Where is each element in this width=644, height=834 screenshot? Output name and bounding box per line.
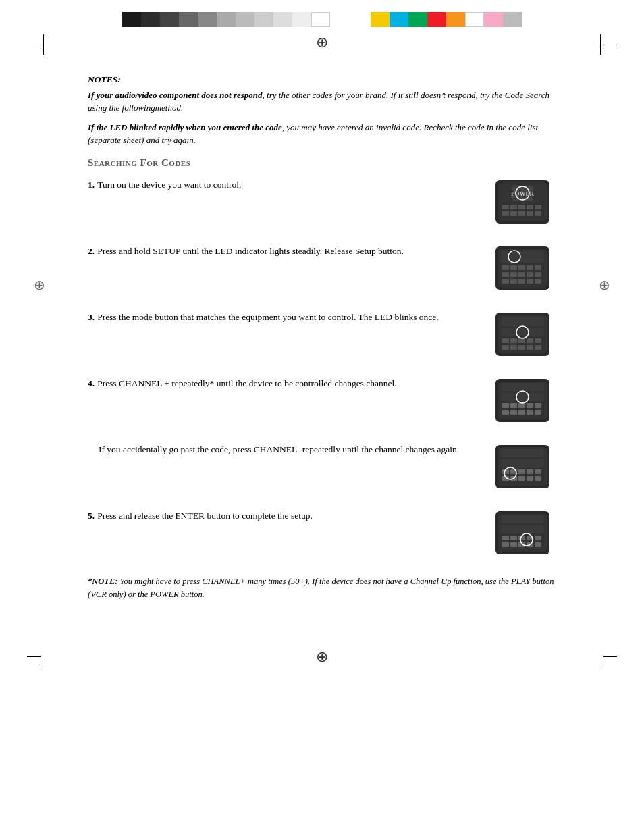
step-5-row: 5. Press and release the ENTER button to… [88,509,556,556]
notes-para1-bold: If your audio/video component does not r… [88,90,263,100]
svg-rect-92 [535,542,541,547]
svg-rect-4 [502,205,509,209]
step-1-number: 1. [88,180,95,190]
remote-img-5 [493,509,552,556]
svg-rect-30 [518,279,525,284]
step-3-row: 3. Press the mode button that matches th… [88,311,556,358]
step-4b-img [489,443,556,490]
main-content: ⊕ ⊕ NOTES: If your audio/video component… [0,61,644,628]
svg-rect-31 [527,279,533,284]
svg-rect-11 [518,211,525,216]
svg-rect-23 [502,272,509,277]
step-5-img [489,509,556,556]
svg-rect-13 [535,211,541,216]
svg-rect-62 [535,410,541,415]
svg-rect-44 [510,345,517,350]
step-2-row: 2. Press and hold SETUP until the LED in… [88,244,556,292]
bw-color-bar [122,12,330,27]
step-1-text: Turn on the device you want to control. [97,180,241,190]
step-1-text-col: 1. Turn on the device you want to contro… [88,178,489,192]
reg-mark-top-right [600,34,617,55]
notes-section: NOTES: If your audio/video component doe… [88,74,556,147]
reg-mark-bottom-left [27,648,41,666]
svg-rect-54 [510,403,517,408]
reg-marks-top: ⊕ [0,34,644,55]
svg-rect-72 [535,469,541,474]
svg-rect-29 [510,279,517,284]
svg-rect-53 [502,403,509,408]
step-4-text: Press CHANNEL + repeatedly* until the de… [97,378,396,388]
svg-rect-67 [501,459,544,467]
svg-rect-61 [527,410,533,415]
svg-rect-60 [518,410,525,415]
svg-rect-42 [535,338,541,343]
svg-rect-52 [501,393,544,401]
svg-rect-40 [518,338,525,343]
step-5-number: 5. [88,511,95,521]
color-bar [371,12,522,27]
svg-rect-71 [527,469,533,474]
bottom-note-italic: You might have to press CHANNEL+ many ti… [88,577,554,599]
svg-rect-6 [518,205,525,209]
bottom-note-bold: *NOTE: [88,577,117,586]
step-4b-text-col: If you accidentally go past the code, pr… [88,443,489,457]
svg-rect-7 [527,205,533,209]
notes-title: NOTES: [88,74,556,85]
svg-rect-77 [535,476,541,481]
step-3-img [489,311,556,358]
svg-rect-58 [502,410,509,415]
svg-rect-25 [518,272,525,277]
svg-rect-70 [518,469,525,474]
svg-rect-83 [502,536,509,540]
step-4-img [489,377,556,424]
svg-rect-56 [527,403,533,408]
notes-para2: If the LED blinked rapidly when you ente… [88,122,556,147]
step-5-text-col: 5. Press and release the ENTER button to… [88,509,489,523]
remote-img-4 [493,377,552,424]
svg-rect-22 [535,265,541,270]
svg-rect-39 [510,338,517,343]
reg-marks-bottom: ⊕ [0,648,644,666]
step-2-number: 2. [88,246,95,256]
step-4-row: 4. Press CHANNEL + repeatedly* until the… [88,377,556,424]
step-2-text-col: 2. Press and hold SETUP until the LED in… [88,244,489,258]
steps-container: 1. Turn on the device you want to contro… [88,178,556,556]
svg-rect-12 [527,211,533,216]
svg-rect-51 [501,383,544,391]
step-4-number: 4. [88,378,95,388]
step-2-text: Press and hold SETUP until the LED indic… [97,246,404,256]
svg-rect-36 [501,317,544,326]
step-1-img: POWER [489,178,556,226]
svg-rect-75 [518,476,525,481]
svg-rect-32 [535,279,541,284]
color-bars [0,0,644,27]
step-3-text: Press the mode button that matches the e… [97,312,439,322]
svg-rect-59 [510,410,517,415]
step-4b-text: If you accidentally go past the code, pr… [88,443,475,457]
step-4b-row: If you accidentally go past the code, pr… [88,443,556,490]
svg-rect-82 [501,525,544,533]
svg-rect-89 [510,542,517,547]
section-title: Searching For Codes [88,157,556,169]
svg-rect-87 [535,536,541,540]
svg-rect-28 [502,279,509,284]
svg-rect-8 [535,205,541,209]
svg-rect-19 [510,265,517,270]
svg-rect-10 [510,211,517,216]
svg-rect-55 [518,403,525,408]
svg-rect-41 [527,338,533,343]
step-1-row: 1. Turn on the device you want to contro… [88,178,556,226]
remote-img-4b [493,443,552,490]
step-3-text-col: 3. Press the mode button that matches th… [88,311,489,324]
crosshair-bottom-center: ⊕ [316,648,328,666]
svg-rect-66 [501,449,544,457]
reg-mark-bottom-right [603,648,617,666]
svg-rect-27 [535,272,541,277]
step-2-img [489,244,556,292]
svg-rect-20 [518,265,525,270]
step-4-text-col: 4. Press CHANNEL + repeatedly* until the… [88,377,489,390]
svg-rect-81 [501,515,544,523]
svg-rect-84 [510,536,517,540]
svg-rect-46 [527,345,533,350]
svg-text:POWER: POWER [511,190,535,197]
